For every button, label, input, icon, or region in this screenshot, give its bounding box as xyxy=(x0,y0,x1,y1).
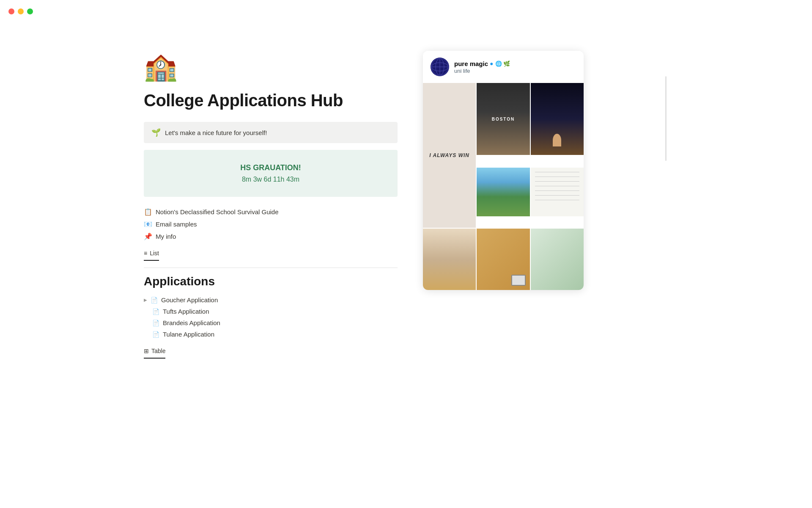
tufts-label: Tufts Application xyxy=(163,308,209,315)
section-divider xyxy=(144,268,398,268)
countdown-block: HS GRAUATION! 8m 3w 6d 11h 43m xyxy=(144,150,398,197)
verified-icon: ● xyxy=(490,60,493,67)
photo-campus xyxy=(477,168,529,228)
table-view-toggle[interactable]: ⊞ Table xyxy=(144,348,165,359)
tulane-doc-icon: 📄 xyxy=(152,331,159,338)
link-survival-guide[interactable]: 📋 Notion's Declassified School Survival … xyxy=(144,207,398,217)
goucher-chevron-icon: ▶ xyxy=(144,298,147,302)
social-name: pure magic ● 🌐 🌿 xyxy=(454,60,576,67)
app-item-goucher[interactable]: ▶ 📄 Goucher Application xyxy=(144,295,398,305)
social-subtitle: uni life xyxy=(454,68,576,74)
tulane-label: Tulane Application xyxy=(163,331,214,338)
applications-list: ▶ 📄 Goucher Application 📄 Tufts Applicat… xyxy=(144,295,398,339)
username-text: pure magic xyxy=(454,60,488,67)
left-panel: 🏫 College Applications Hub 🌱 Let's make … xyxy=(144,51,398,359)
my-info-icon: 📌 xyxy=(144,232,152,240)
email-samples-icon: 📧 xyxy=(144,220,152,228)
list-toggle-label: List xyxy=(150,250,159,257)
goucher-doc-icon: 📄 xyxy=(151,297,158,304)
minimize-button[interactable] xyxy=(18,8,24,14)
photo-boston-hoodie xyxy=(477,83,529,167)
callout-block: 🌱 Let's make a nice future for yourself! xyxy=(144,122,398,143)
close-button[interactable] xyxy=(8,8,14,14)
photo-outdoor-market xyxy=(423,229,476,290)
callout-text: Let's make a nice future for yourself! xyxy=(165,129,267,136)
callout-icon: 🌱 xyxy=(151,128,161,137)
social-card: pure magic ● 🌐 🌿 uni life I ALWAYS WIN xyxy=(423,51,584,290)
photo-grid: I ALWAYS WIN xyxy=(423,83,584,290)
main-content: 🏫 College Applications Hub 🌱 Let's make … xyxy=(110,0,702,384)
links-list: 📋 Notion's Declassified School Survival … xyxy=(144,207,398,241)
social-info: pure magic ● 🌐 🌿 uni life xyxy=(454,60,576,74)
right-panel: pure magic ● 🌐 🌿 uni life I ALWAYS WIN xyxy=(423,51,668,290)
goucher-label: Goucher Application xyxy=(161,296,218,304)
email-samples-label: Email samples xyxy=(156,221,197,228)
emoji-badges: 🌐 🌿 xyxy=(495,61,510,67)
always-win-text: I ALWAYS WIN xyxy=(429,152,469,158)
link-email-samples[interactable]: 📧 Email samples xyxy=(144,219,398,229)
table-toggle-label: Table xyxy=(151,348,165,354)
countdown-title: HS GRAUATION! xyxy=(152,163,389,172)
table-icon: ⊞ xyxy=(144,348,149,354)
traffic-lights xyxy=(8,8,33,14)
brandeis-doc-icon: 📄 xyxy=(152,320,159,326)
social-card-wrapper: pure magic ● 🌐 🌿 uni life I ALWAYS WIN xyxy=(423,51,668,290)
applications-title: Applications xyxy=(144,275,398,288)
photo-study-room xyxy=(531,229,584,290)
photo-speaker xyxy=(531,83,584,167)
app-item-brandeis[interactable]: 📄 Brandeis Application xyxy=(144,318,398,328)
brandeis-label: Brandeis Application xyxy=(163,319,220,326)
photo-spreadsheet xyxy=(531,168,584,228)
social-avatar xyxy=(431,58,449,76)
maximize-button[interactable] xyxy=(27,8,33,14)
survival-guide-label: Notion's Declassified School Survival Gu… xyxy=(156,208,279,215)
scrollbar[interactable] xyxy=(665,76,667,161)
my-info-label: My info xyxy=(156,233,176,240)
app-item-tufts[interactable]: 📄 Tufts Application xyxy=(144,306,398,316)
app-item-tulane[interactable]: 📄 Tulane Application xyxy=(144,329,398,339)
list-icon: ≡ xyxy=(144,250,147,257)
tufts-doc-icon: 📄 xyxy=(152,308,159,315)
list-view-toggle[interactable]: ≡ List xyxy=(144,250,159,261)
page-title: College Applications Hub xyxy=(144,91,398,110)
page-icon: 🏫 xyxy=(144,51,398,83)
link-my-info[interactable]: 📌 My info xyxy=(144,232,398,241)
countdown-time: 8m 3w 6d 11h 43m xyxy=(152,176,389,183)
photo-always-win: I ALWAYS WIN xyxy=(423,83,476,228)
photo-laptop xyxy=(477,229,529,290)
survival-guide-icon: 📋 xyxy=(144,208,152,216)
social-header: pure magic ● 🌐 🌿 uni life xyxy=(423,51,584,83)
